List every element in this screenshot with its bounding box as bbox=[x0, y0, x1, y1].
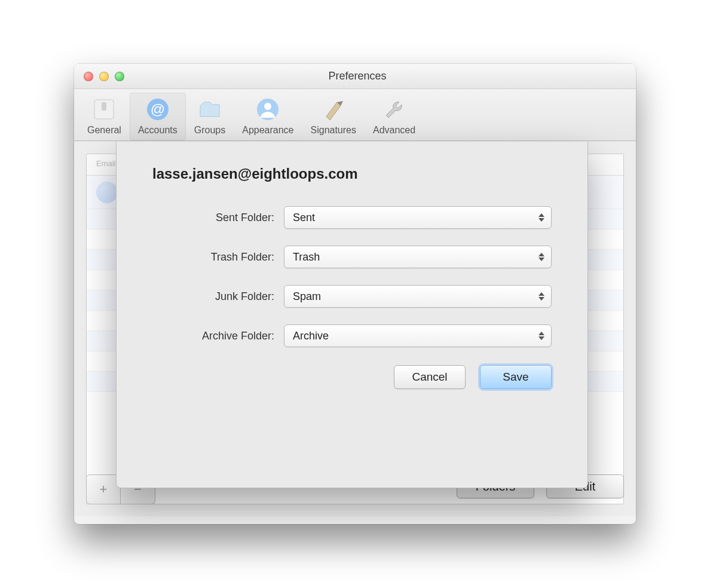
chevron-updown-icon bbox=[537, 251, 546, 263]
tab-label: Accounts bbox=[138, 125, 178, 136]
trash-folder-label: Trash Folder: bbox=[152, 251, 284, 264]
chevron-updown-icon bbox=[537, 212, 546, 223]
preferences-window: Preferences General @ Accounts Groups Ap… bbox=[74, 64, 636, 524]
trash-folder-value: Trash bbox=[293, 251, 320, 264]
tab-signatures[interactable]: Signatures bbox=[302, 93, 365, 140]
junk-folder-value: Spam bbox=[293, 290, 321, 303]
chevron-updown-icon bbox=[537, 330, 546, 342]
person-icon bbox=[255, 96, 281, 122]
tab-label: Groups bbox=[194, 125, 225, 136]
tab-label: Signatures bbox=[311, 125, 357, 136]
tab-general[interactable]: General bbox=[79, 93, 130, 140]
chevron-updown-icon bbox=[537, 290, 546, 302]
tab-label: Advanced bbox=[373, 125, 415, 136]
wrench-icon bbox=[381, 96, 408, 122]
archive-folder-label: Archive Folder: bbox=[152, 330, 284, 342]
at-icon: @ bbox=[145, 96, 171, 122]
toolbar: General @ Accounts Groups Appearance Sig… bbox=[74, 89, 636, 141]
tab-label: General bbox=[87, 125, 121, 136]
tab-accounts[interactable]: @ Accounts bbox=[130, 93, 186, 140]
tab-label: Appearance bbox=[242, 125, 293, 136]
field-sent: Sent Folder: Sent bbox=[152, 206, 552, 229]
field-trash: Trash Folder: Trash bbox=[152, 246, 552, 268]
sheet-button-row: Cancel Save bbox=[152, 365, 552, 389]
svg-point-5 bbox=[264, 103, 271, 110]
titlebar: Preferences bbox=[74, 64, 636, 89]
junk-folder-select[interactable]: Spam bbox=[284, 285, 552, 308]
junk-folder-label: Junk Folder: bbox=[152, 290, 284, 303]
archive-folder-value: Archive bbox=[293, 330, 329, 342]
tab-appearance[interactable]: Appearance bbox=[234, 93, 302, 140]
archive-folder-select[interactable]: Archive bbox=[284, 324, 552, 347]
switch-icon bbox=[91, 96, 117, 122]
folders-sheet: lasse.jansen@eightloops.com Sent Folder:… bbox=[116, 142, 588, 488]
svg-rect-1 bbox=[102, 102, 106, 111]
trash-folder-select[interactable]: Trash bbox=[284, 246, 552, 268]
account-avatar-icon bbox=[96, 182, 118, 203]
tab-advanced[interactable]: Advanced bbox=[365, 93, 424, 140]
svg-text:@: @ bbox=[151, 101, 165, 117]
sent-folder-label: Sent Folder: bbox=[152, 212, 284, 224]
cancel-button[interactable]: Cancel bbox=[394, 365, 466, 389]
content-area: Email lasse.jansen@eightloops.com + − Fo… bbox=[74, 141, 636, 516]
sent-folder-select[interactable]: Sent bbox=[284, 206, 552, 229]
field-archive: Archive Folder: Archive bbox=[152, 324, 552, 347]
save-button[interactable]: Save bbox=[480, 365, 552, 389]
tab-groups[interactable]: Groups bbox=[186, 93, 234, 140]
sheet-account-email: lasse.jansen@eightloops.com bbox=[152, 166, 552, 182]
field-junk: Junk Folder: Spam bbox=[152, 285, 552, 308]
sent-folder-value: Sent bbox=[293, 212, 315, 224]
folder-icon bbox=[197, 96, 223, 122]
window-title: Preferences bbox=[88, 70, 626, 82]
pen-icon bbox=[320, 96, 347, 122]
